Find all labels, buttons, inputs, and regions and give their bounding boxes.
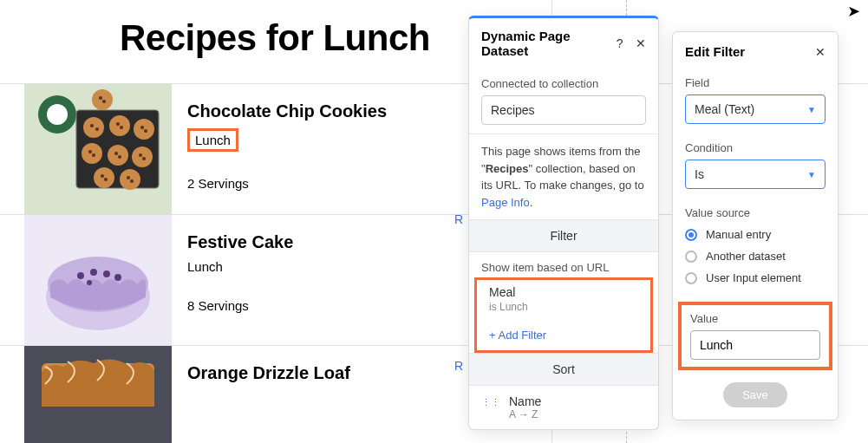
svg-point-19 — [88, 150, 92, 153]
filter-section-title: Filter — [469, 219, 658, 252]
read-more-link[interactable]: R — [454, 359, 463, 373]
filter-condition: is Lunch — [489, 301, 638, 313]
connected-label: Connected to collection — [481, 77, 646, 90]
value-source-label: Value source — [685, 206, 826, 219]
help-icon[interactable]: ? — [617, 36, 623, 50]
radio-icon — [685, 251, 697, 263]
svg-point-4 — [83, 117, 104, 138]
recipe-meal: Lunch — [187, 128, 387, 152]
svg-point-33 — [77, 272, 84, 279]
radio-icon — [685, 272, 697, 284]
svg-point-21 — [114, 152, 118, 155]
recipe-image — [24, 84, 172, 214]
svg-point-15 — [116, 122, 120, 126]
svg-point-7 — [82, 143, 102, 164]
svg-point-12 — [92, 89, 113, 110]
svg-point-14 — [95, 127, 99, 131]
edit-filter-panel: Edit Filter ✕ Field Meal (Text)▼ Conditi… — [672, 31, 839, 420]
svg-point-24 — [142, 157, 146, 160]
show-item-label: Show item based on URL — [469, 252, 658, 277]
svg-point-11 — [120, 169, 140, 190]
condition-label: Condition — [685, 141, 826, 154]
add-filter-button[interactable]: + Add Filter — [477, 320, 650, 350]
sort-item[interactable]: ⋮⋮ Name A → Z — [469, 386, 658, 429]
save-button[interactable]: Save — [723, 382, 787, 407]
highlight-annotation: Meal is Lunch + Add Filter — [474, 277, 653, 353]
page-info-link[interactable]: Page Info — [481, 196, 530, 209]
svg-point-23 — [139, 153, 142, 157]
filter-item[interactable]: Meal is Lunch — [477, 280, 650, 320]
recipe-title: Orange Drizzle Loaf — [187, 363, 350, 383]
recipe-title: Chocolate Chip Cookies — [187, 101, 387, 121]
drag-handle-icon[interactable]: ⋮⋮ — [481, 397, 500, 408]
recipe-meal: Lunch — [187, 259, 293, 274]
filter-field: Meal — [489, 285, 638, 299]
condition-select[interactable]: Is▼ — [685, 160, 826, 189]
cursor-icon: ➤ — [847, 2, 860, 21]
svg-point-20 — [92, 153, 95, 157]
svg-point-8 — [108, 145, 128, 166]
svg-point-28 — [130, 179, 134, 183]
svg-point-30 — [102, 100, 106, 103]
recipe-servings: 2 Servings — [187, 176, 387, 191]
svg-point-9 — [132, 147, 153, 167]
svg-point-6 — [134, 119, 154, 140]
svg-point-25 — [101, 174, 104, 178]
read-more-link[interactable]: R — [454, 212, 463, 226]
recipe-title: Festive Cake — [187, 232, 293, 252]
svg-point-10 — [94, 167, 114, 188]
recipe-servings: 8 Servings — [187, 298, 293, 313]
svg-point-1 — [47, 104, 68, 125]
close-icon[interactable]: ✕ — [636, 36, 646, 50]
recipe-image — [24, 346, 172, 443]
chevron-down-icon: ▼ — [807, 105, 816, 114]
svg-point-22 — [118, 155, 121, 159]
radio-icon — [685, 229, 697, 241]
svg-point-37 — [87, 280, 92, 285]
field-select[interactable]: Meal (Text)▼ — [685, 94, 826, 124]
value-label: Value — [690, 312, 820, 325]
dataset-panel: Dynamic Page Dataset ? ✕ Connected to co… — [468, 16, 659, 430]
svg-point-29 — [99, 96, 102, 100]
radio-another-dataset[interactable]: Another dataset — [685, 250, 826, 263]
svg-point-34 — [90, 269, 97, 276]
sort-order: A → Z — [509, 408, 541, 420]
svg-point-36 — [114, 274, 121, 281]
sort-section-title: Sort — [469, 353, 658, 386]
svg-point-27 — [127, 176, 130, 179]
svg-point-16 — [120, 126, 123, 129]
collection-input[interactable] — [481, 95, 646, 125]
svg-point-17 — [140, 126, 144, 129]
svg-point-26 — [104, 178, 108, 181]
field-label: Field — [685, 76, 826, 89]
svg-point-35 — [103, 270, 110, 277]
svg-point-13 — [90, 124, 94, 127]
panel-title: Edit Filter — [685, 44, 815, 59]
chevron-down-icon: ▼ — [807, 170, 816, 179]
highlight-annotation: Lunch — [187, 128, 238, 152]
highlight-annotation: Value — [678, 302, 832, 370]
svg-point-18 — [144, 129, 147, 133]
value-input[interactable] — [690, 330, 820, 360]
sort-field: Name — [509, 394, 541, 408]
panel-description: This page shows items from the "Recipes"… — [481, 143, 646, 211]
radio-user-input[interactable]: User Input element — [685, 271, 826, 284]
panel-title: Dynamic Page Dataset — [481, 29, 608, 58]
recipe-image — [24, 215, 172, 345]
radio-manual-entry[interactable]: Manual entry — [685, 228, 826, 241]
svg-point-5 — [109, 115, 130, 136]
close-icon[interactable]: ✕ — [815, 45, 826, 59]
